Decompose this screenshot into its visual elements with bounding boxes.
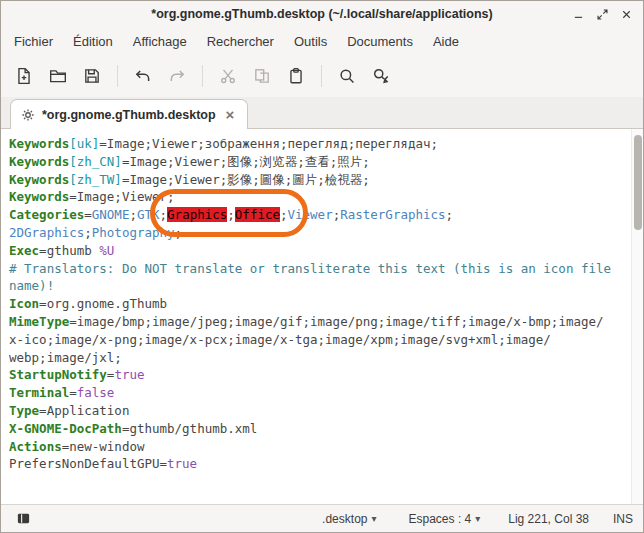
undo-button[interactable] [128,61,158,91]
menu-item-aide[interactable]: Aide [424,30,468,53]
tab-desktop-file[interactable]: *org.gnome.gThumb.desktop × [10,99,248,129]
tab-bar: *org.gnome.gThumb.desktop × [1,97,643,129]
code-line: Actions=new-window [9,438,635,456]
minimize-icon [572,8,585,21]
side-panel-icon [16,511,31,526]
search-replace-icon [372,67,390,85]
find-button[interactable] [332,61,362,91]
code-line: webp;image/jxl; [9,349,635,367]
statusbar: .desktop ▾ Espaces : 4 ▾ Lig 221, Col 38… [1,504,643,532]
close-button[interactable] [617,5,635,23]
menu-item-fichier[interactable]: Fichier [5,30,62,53]
code-line: Type=Application [9,402,635,420]
close-icon [620,8,633,21]
find-replace-button[interactable] [366,61,396,91]
menu-item-documents[interactable]: Documents [338,30,422,53]
menu-item-edition[interactable]: Édition [64,30,122,53]
toolbar-separator [321,65,322,87]
save-icon [83,67,101,85]
code-line: 2DGraphics;Photography; [9,224,635,242]
toolbar-separator [202,65,203,87]
titlebar: *org.gnome.gThumb.desktop (~/.local/shar… [1,1,643,27]
new-document-icon [15,67,33,85]
window-controls [569,5,643,23]
editor[interactable]: Keywords[uk]=Image;Viewer;зображення;пер… [1,129,643,504]
code-line: Categories=GNOME;GTK;Graphics;Office;Vie… [9,206,635,224]
text-editor-window: *org.gnome.gThumb.desktop (~/.local/shar… [0,0,644,533]
code-line: MimeType=image/bmp;image/jpeg;image/gif;… [9,313,635,331]
code-line: Keywords=Image;Viewer; [9,188,635,206]
vertical-scrollbar[interactable] [631,129,643,504]
code-line: x-ico;image/x-png;image/x-pcx;image/x-tg… [9,331,635,349]
paste-icon [287,67,305,85]
side-panel-toggle[interactable] [11,508,35,530]
new-document-button[interactable] [9,61,39,91]
redo-icon [168,67,186,85]
scrollbar-thumb[interactable] [634,135,642,230]
toolbar-separator [117,65,118,87]
tab-close-icon[interactable]: × [223,106,238,123]
search-icon [338,67,356,85]
tab-label: *org.gnome.gThumb.desktop [42,108,216,122]
copy-icon [253,67,271,85]
code-line: Icon=org.gnome.gThumb [9,295,635,313]
copy-button[interactable] [247,61,277,91]
tab-width-selector[interactable]: Espaces : 4 ▾ [405,509,485,529]
menu-item-outils[interactable]: Outils [285,30,336,53]
minimize-button[interactable] [569,5,587,23]
gear-icon [21,108,35,122]
menu-item-rechercher[interactable]: Rechercher [198,30,283,53]
editor-content: Keywords[uk]=Image;Viewer;зображення;пер… [1,129,643,479]
cut-button[interactable] [213,61,243,91]
restore-button[interactable] [593,5,611,23]
code-line: Exec=gthumb %U [9,242,635,260]
code-line: Terminal=false [9,384,635,402]
code-line: X-GNOME-DocPath=gthumb/gthumb.xml [9,420,635,438]
save-document-button[interactable] [77,61,107,91]
restore-icon [596,8,609,21]
code-line: StartupNotify=true [9,366,635,384]
code-line: PrefersNonDefaultGPU=true [9,455,635,473]
paste-button[interactable] [281,61,311,91]
language-selector[interactable]: .desktop ▾ [318,509,380,529]
cursor-position: Lig 221, Col 38 [508,512,589,526]
redo-button[interactable] [162,61,192,91]
cut-icon [219,67,237,85]
undo-icon [134,67,152,85]
code-line: name)! [9,277,635,295]
code-line: Keywords[zh_TW]=Image;Viewer;影像;圖像;圖片;檢視… [9,171,635,189]
dropdown-caret-icon: ▾ [475,513,480,524]
open-document-button[interactable] [43,61,73,91]
window-title: *org.gnome.gThumb.desktop (~/.local/shar… [1,7,643,21]
code-line: # Translators: Do NOT translate or trans… [9,260,635,278]
statusbar-right: .desktop ▾ Espaces : 4 ▾ Lig 221, Col 38… [318,509,633,529]
tab-width-label: Espaces : 4 [409,512,472,526]
menubar: Fichier Édition Affichage Rechercher Out… [1,27,643,55]
open-folder-icon [49,67,67,85]
language-label: .desktop [322,512,367,526]
dropdown-caret-icon: ▾ [371,513,376,524]
toolbar [1,55,643,97]
code-line: Keywords[zh_CN]=Image;Viewer;图像;浏览器;查看;照… [9,153,635,171]
insert-mode-indicator: INS [613,512,633,526]
menu-item-affichage[interactable]: Affichage [124,30,196,53]
code-line: Keywords[uk]=Image;Viewer;зображення;пер… [9,135,635,153]
